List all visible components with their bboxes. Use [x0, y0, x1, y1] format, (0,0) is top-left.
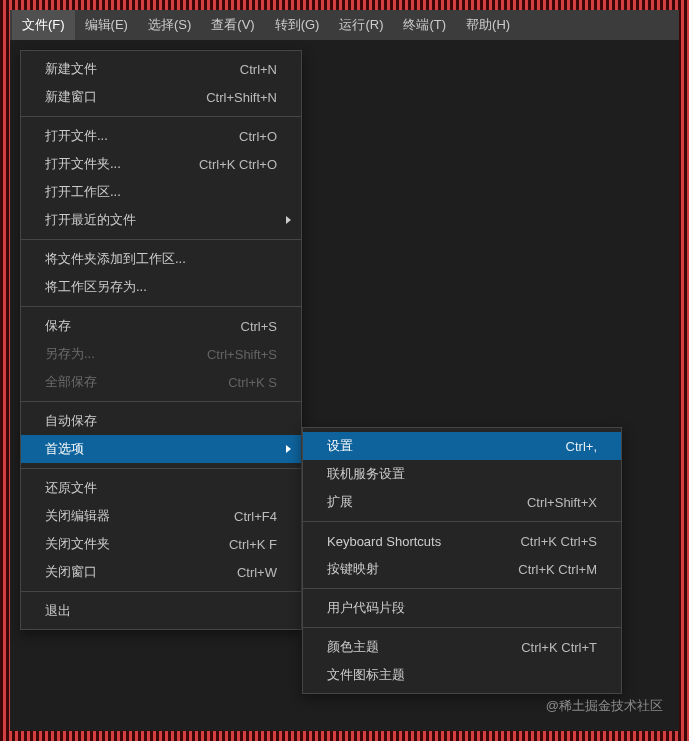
file-menu-item[interactable]: 打开文件...Ctrl+O	[21, 122, 301, 150]
prefs-menu-item[interactable]: 设置Ctrl+,	[303, 432, 621, 460]
file-menu-item[interactable]: 首选项	[21, 435, 301, 463]
menu-item-shortcut: Ctrl+K Ctrl+M	[518, 562, 597, 577]
file-menu-item[interactable]: 保存Ctrl+S	[21, 312, 301, 340]
menu-item-label: 打开文件夹...	[45, 155, 183, 173]
menu-item-label: 将文件夹添加到工作区...	[45, 250, 277, 268]
menu-item-label: 扩展	[327, 493, 511, 511]
prefs-menu-item[interactable]: 文件图标主题	[303, 661, 621, 689]
menu-item-label: 退出	[45, 602, 277, 620]
prefs-menu-separator	[303, 627, 621, 628]
file-menu-item[interactable]: 关闭编辑器Ctrl+F4	[21, 502, 301, 530]
menu-item-label: 关闭编辑器	[45, 507, 218, 525]
menu-item-label: 还原文件	[45, 479, 277, 497]
menubar: 文件(F)编辑(E)选择(S)查看(V)转到(G)运行(R)终端(T)帮助(H)	[10, 10, 679, 40]
menubar-item-7[interactable]: 帮助(H)	[456, 10, 520, 40]
prefs-menu-item[interactable]: 颜色主题Ctrl+K Ctrl+T	[303, 633, 621, 661]
preferences-submenu: 设置Ctrl+,联机服务设置扩展Ctrl+Shift+XKeyboard Sho…	[302, 427, 622, 694]
menu-item-shortcut: Ctrl+K Ctrl+S	[520, 534, 597, 549]
file-menu-item[interactable]: 退出	[21, 597, 301, 625]
prefs-menu-item[interactable]: 联机服务设置	[303, 460, 621, 488]
menu-item-label: 打开文件...	[45, 127, 223, 145]
menu-item-label: 颜色主题	[327, 638, 505, 656]
file-menu-separator	[21, 239, 301, 240]
menu-item-label: 将工作区另存为...	[45, 278, 277, 296]
menu-item-shortcut: Ctrl+K Ctrl+T	[521, 640, 597, 655]
menu-item-shortcut: Ctrl+O	[239, 129, 277, 144]
file-menu-separator	[21, 306, 301, 307]
file-menu-item[interactable]: 关闭文件夹Ctrl+K F	[21, 530, 301, 558]
menu-item-label: 首选项	[45, 440, 277, 458]
prefs-menu-item[interactable]: Keyboard ShortcutsCtrl+K Ctrl+S	[303, 527, 621, 555]
file-menu: 新建文件Ctrl+N新建窗口Ctrl+Shift+N打开文件...Ctrl+O打…	[20, 50, 302, 630]
menu-item-label: Keyboard Shortcuts	[327, 534, 504, 549]
menu-item-label: 关闭文件夹	[45, 535, 213, 553]
file-menu-separator	[21, 468, 301, 469]
menu-item-shortcut: Ctrl+Shift+X	[527, 495, 597, 510]
menu-item-label: 另存为...	[45, 345, 191, 363]
menu-item-label: 新建文件	[45, 60, 224, 78]
menu-item-label: 关闭窗口	[45, 563, 221, 581]
menu-item-label: 用户代码片段	[327, 599, 597, 617]
menu-item-shortcut: Ctrl+N	[240, 62, 277, 77]
file-menu-separator	[21, 591, 301, 592]
menu-item-label: 全部保存	[45, 373, 212, 391]
menu-item-shortcut: Ctrl+K S	[228, 375, 277, 390]
prefs-menu-item[interactable]: 用户代码片段	[303, 594, 621, 622]
menubar-item-0[interactable]: 文件(F)	[12, 10, 75, 40]
menubar-item-3[interactable]: 查看(V)	[201, 10, 264, 40]
menu-item-label: 按键映射	[327, 560, 502, 578]
watermark: @稀土掘金技术社区	[546, 697, 663, 715]
menu-item-label: 打开最近的文件	[45, 211, 277, 229]
menu-item-label: 新建窗口	[45, 88, 190, 106]
menu-item-label: 自动保存	[45, 412, 277, 430]
menu-item-shortcut: Ctrl+Shift+S	[207, 347, 277, 362]
prefs-menu-separator	[303, 521, 621, 522]
menu-item-shortcut: Ctrl+Shift+N	[206, 90, 277, 105]
file-menu-item[interactable]: 打开文件夹...Ctrl+K Ctrl+O	[21, 150, 301, 178]
menu-item-shortcut: Ctrl+,	[566, 439, 597, 454]
menubar-item-2[interactable]: 选择(S)	[138, 10, 201, 40]
menu-item-label: 保存	[45, 317, 225, 335]
menu-item-shortcut: Ctrl+S	[241, 319, 277, 334]
file-menu-separator	[21, 116, 301, 117]
menubar-item-5[interactable]: 运行(R)	[329, 10, 393, 40]
file-menu-item[interactable]: 打开最近的文件	[21, 206, 301, 234]
menubar-item-6[interactable]: 终端(T)	[393, 10, 456, 40]
file-menu-item[interactable]: 将文件夹添加到工作区...	[21, 245, 301, 273]
file-menu-item[interactable]: 打开工作区...	[21, 178, 301, 206]
menubar-item-1[interactable]: 编辑(E)	[75, 10, 138, 40]
file-menu-item[interactable]: 还原文件	[21, 474, 301, 502]
menu-item-shortcut: Ctrl+F4	[234, 509, 277, 524]
chevron-right-icon	[286, 216, 291, 224]
file-menu-item[interactable]: 关闭窗口Ctrl+W	[21, 558, 301, 586]
menu-item-label: 打开工作区...	[45, 183, 277, 201]
file-menu-item[interactable]: 将工作区另存为...	[21, 273, 301, 301]
menu-item-shortcut: Ctrl+K F	[229, 537, 277, 552]
prefs-menu-item[interactable]: 按键映射Ctrl+K Ctrl+M	[303, 555, 621, 583]
menu-item-label: 设置	[327, 437, 550, 455]
file-menu-item: 另存为...Ctrl+Shift+S	[21, 340, 301, 368]
menu-item-shortcut: Ctrl+K Ctrl+O	[199, 157, 277, 172]
menubar-item-4[interactable]: 转到(G)	[265, 10, 330, 40]
file-menu-item[interactable]: 新建文件Ctrl+N	[21, 55, 301, 83]
file-menu-item[interactable]: 新建窗口Ctrl+Shift+N	[21, 83, 301, 111]
file-menu-item[interactable]: 自动保存	[21, 407, 301, 435]
file-menu-separator	[21, 401, 301, 402]
menu-item-shortcut: Ctrl+W	[237, 565, 277, 580]
prefs-menu-separator	[303, 588, 621, 589]
menu-item-label: 文件图标主题	[327, 666, 597, 684]
menu-item-label: 联机服务设置	[327, 465, 597, 483]
file-menu-item: 全部保存Ctrl+K S	[21, 368, 301, 396]
chevron-right-icon	[286, 445, 291, 453]
prefs-menu-item[interactable]: 扩展Ctrl+Shift+X	[303, 488, 621, 516]
